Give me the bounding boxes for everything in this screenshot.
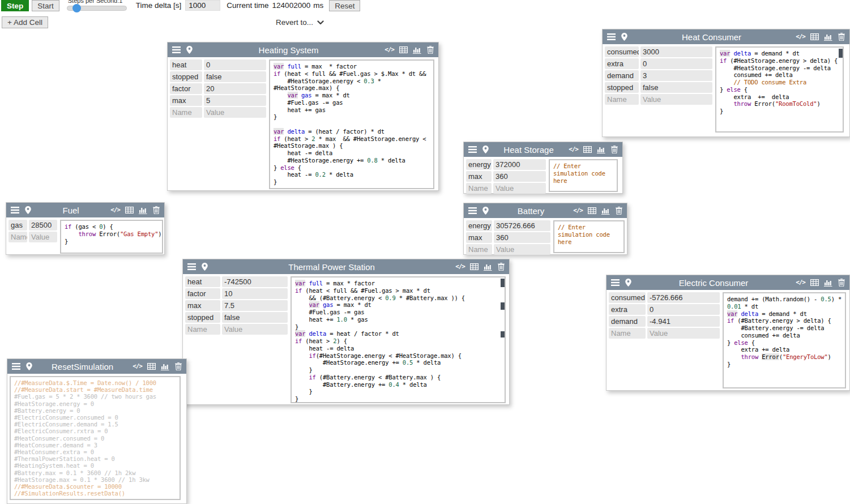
var-name-cell[interactable]: Name [185, 324, 220, 335]
panel-header[interactable]: Battery</> [464, 203, 627, 218]
code-view-icon[interactable]: </> [569, 146, 578, 153]
var-name-cell[interactable]: factor [185, 288, 220, 299]
table-view-icon[interactable] [147, 363, 156, 370]
delete-cell-icon[interactable] [153, 206, 160, 214]
code-view-icon[interactable]: </> [796, 33, 805, 40]
var-name-cell[interactable]: energy [466, 220, 492, 231]
var-value-cell[interactable]: 10 [222, 288, 288, 299]
chart-view-icon[interactable] [824, 33, 833, 41]
var-value-cell[interactable]: 28500 [29, 220, 57, 230]
steps-per-second-slider[interactable] [67, 6, 127, 11]
revert-dropdown[interactable]: Revert to... [276, 18, 324, 27]
chart-view-icon[interactable] [161, 363, 170, 370]
chart-view-icon[interactable] [484, 263, 493, 271]
start-button[interactable]: Start [32, 0, 59, 11]
var-value-cell[interactable]: Value [29, 232, 57, 242]
menu-icon[interactable] [12, 363, 20, 370]
table-view-icon[interactable] [125, 207, 134, 213]
pin-icon[interactable] [202, 263, 208, 271]
code-scrollbar-thumb[interactable] [839, 49, 843, 58]
var-value-cell[interactable]: 305726.666 [494, 220, 550, 231]
var-value-cell[interactable]: 3 [640, 70, 712, 81]
menu-icon[interactable] [172, 46, 181, 53]
code-scrollbar-thumb[interactable] [501, 302, 505, 310]
slider-thumb[interactable] [72, 4, 81, 12]
var-value-cell[interactable]: 20 [204, 83, 266, 94]
var-value-cell[interactable]: 0 [640, 58, 712, 69]
var-name-cell[interactable]: Name [170, 107, 202, 118]
table-view-icon[interactable] [810, 279, 819, 286]
add-cell-button[interactable]: + Add Cell [2, 16, 48, 28]
code-editor[interactable]: if (gas < 0) { throw Error("Gas Empty")} [60, 220, 163, 254]
pin-icon[interactable] [621, 33, 627, 41]
code-scrollbar-thumb[interactable] [501, 331, 505, 338]
var-name-cell[interactable]: demand [609, 316, 646, 327]
var-name-cell[interactable]: consumed [605, 46, 639, 57]
var-name-cell[interactable]: Name [609, 328, 646, 339]
var-value-cell[interactable]: 360 [493, 171, 546, 182]
code-view-icon[interactable]: </> [455, 263, 465, 270]
var-name-cell[interactable]: consumed [609, 292, 646, 303]
var-value-cell[interactable]: false [204, 71, 266, 82]
var-name-cell[interactable]: Name [605, 94, 639, 105]
table-view-icon[interactable] [470, 263, 479, 270]
delete-cell-icon[interactable] [427, 46, 434, 54]
var-value-cell[interactable]: Value [640, 94, 712, 105]
code-view-icon[interactable]: </> [573, 207, 583, 214]
chart-view-icon[interactable] [597, 146, 606, 153]
menu-icon[interactable] [11, 207, 19, 213]
code-editor[interactable]: // Enter simulation code here [553, 220, 625, 253]
var-value-cell[interactable]: -742500 [222, 276, 288, 287]
table-view-icon[interactable] [583, 146, 592, 153]
var-name-cell[interactable]: energy [466, 159, 492, 170]
code-view-icon[interactable]: </> [385, 46, 394, 53]
delete-cell-icon[interactable] [838, 33, 845, 41]
panel-header[interactable]: ResetSimulation</> [7, 359, 186, 374]
code-editor[interactable]: var delta = demand * dtif (#HeatStorage.… [715, 46, 844, 133]
panel-header[interactable]: Fuel</> [6, 203, 164, 217]
var-value-cell[interactable]: 7.5 [222, 300, 288, 311]
var-value-cell[interactable]: Value [204, 107, 266, 118]
table-view-icon[interactable] [810, 33, 819, 40]
var-value-cell[interactable]: -4.941 [647, 316, 720, 327]
panel-header[interactable]: Electric Consumer</> [606, 275, 849, 290]
table-view-icon[interactable] [588, 207, 596, 214]
step-button[interactable]: Step [1, 0, 29, 11]
var-name-cell[interactable]: factor [170, 83, 202, 94]
chart-view-icon[interactable] [413, 46, 422, 54]
var-name-cell[interactable]: gas [8, 220, 27, 230]
code-editor[interactable]: demand += (Math.random() - 0.5) *0.01 * … [723, 292, 846, 388]
menu-icon[interactable] [607, 33, 616, 40]
code-view-icon[interactable]: </> [110, 207, 120, 213]
var-name-cell[interactable]: Name [466, 244, 492, 255]
var-name-cell[interactable]: heat [185, 276, 220, 287]
var-value-cell[interactable]: 360 [494, 232, 550, 243]
delete-cell-icon[interactable] [498, 263, 505, 271]
pin-icon[interactable] [25, 206, 31, 214]
pin-icon[interactable] [26, 362, 32, 370]
panel-header[interactable]: Heat Storage</> [464, 142, 622, 157]
pin-icon[interactable] [482, 146, 489, 153]
var-value-cell[interactable]: 0 [647, 304, 720, 315]
panel-header[interactable]: Heat Consumer</> [603, 29, 849, 44]
var-name-cell[interactable]: Name [466, 183, 492, 194]
menu-icon[interactable] [187, 263, 196, 270]
code-scrollbar-thumb[interactable] [501, 279, 505, 287]
var-value-cell[interactable]: 0 [204, 59, 266, 70]
menu-icon[interactable] [611, 279, 620, 286]
var-value-cell[interactable]: false [222, 312, 288, 323]
delete-cell-icon[interactable] [838, 279, 845, 287]
chart-view-icon[interactable] [824, 279, 833, 287]
var-value-cell[interactable]: 3000 [640, 46, 712, 57]
var-name-cell[interactable]: stopped [185, 312, 220, 323]
var-value-cell[interactable]: Value [493, 183, 546, 194]
code-editor[interactable]: //#MeasureData.$.Time = Date.now() / 100… [10, 376, 181, 500]
var-name-cell[interactable]: Name [8, 232, 27, 242]
code-editor[interactable]: var full = max * factorif (heat < full &… [269, 59, 434, 189]
time-delta-input[interactable] [185, 0, 220, 11]
pin-icon[interactable] [625, 279, 631, 287]
var-value-cell[interactable]: Value [222, 324, 288, 335]
var-name-cell[interactable]: stopped [170, 71, 202, 82]
var-name-cell[interactable]: demand [605, 70, 639, 81]
panel-header[interactable]: Thermal Power Station</> [183, 259, 509, 274]
